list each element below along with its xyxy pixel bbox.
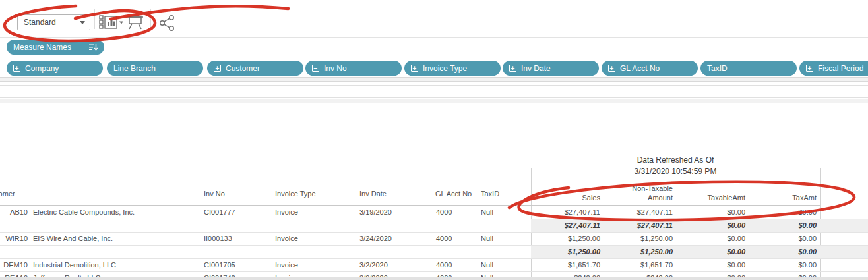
cell-sales[interactable]: $1,651.70	[528, 259, 600, 271]
cell-sales[interactable]: $27,407.11	[528, 219, 600, 232]
subtotal-row: $1,250.00 $1,250.00 $0.00 $0.00	[0, 246, 868, 259]
cell-inv-no[interactable]: CI001705	[204, 259, 235, 271]
col-header-gl-acct-no[interactable]: GL Acct No	[435, 190, 472, 198]
cell-tax-amt[interactable]: $0.00	[744, 206, 817, 219]
measure-names-pill[interactable]: Measure Names	[7, 40, 104, 55]
cell-inv-no[interactable]: CI001777	[204, 206, 235, 219]
table-row: AB10 Electric Cable Compounds, Inc. CI00…	[0, 206, 868, 219]
col-header-invoice-type[interactable]: Invoice Type	[275, 190, 316, 198]
refresh-note-line1: Data Refreshed As Of	[531, 155, 820, 165]
expand-icon[interactable]: +	[411, 65, 418, 72]
fit-selector-value: Standard	[18, 18, 75, 27]
cell-taxable-amt[interactable]: $0.00	[673, 219, 745, 232]
expand-icon[interactable]: +	[608, 65, 615, 72]
cell-taxid[interactable]: Null	[481, 259, 493, 271]
cell-type[interactable]: Invoice	[275, 206, 298, 219]
cell-taxid[interactable]: Null	[481, 206, 493, 219]
pill-label: Invoice Type	[423, 64, 467, 73]
cell-type[interactable]: Invoice	[275, 233, 298, 245]
pill-label: Customer	[226, 64, 260, 73]
sort-descending-icon[interactable]	[88, 43, 98, 51]
cell-non-taxable[interactable]: $1,250.00	[600, 246, 673, 258]
col-header-sales[interactable]: Sales	[528, 194, 600, 202]
column-pill-fiscal-period[interactable]: +Fiscal Period	[799, 61, 868, 76]
col-header-inv-no[interactable]: Inv No	[204, 190, 225, 198]
subtotal-row: $27,407.11 $27,407.11 $0.00 $0.00	[0, 219, 868, 233]
cell-sales[interactable]: $1,250.00	[528, 246, 600, 258]
toolbar-divider	[94, 9, 95, 29]
cell-non-taxable[interactable]: $27,407.11	[600, 206, 673, 219]
col-header-tax-amt[interactable]: TaxAmt	[744, 194, 817, 202]
pill-label: Inv Date	[521, 64, 551, 73]
cell-customer-name[interactable]: Industrial Demolition, LLC	[33, 259, 116, 271]
fit-selector[interactable]: Standard	[17, 14, 90, 30]
collapsed-row-strip	[0, 99, 868, 103]
expand-icon[interactable]: +	[13, 65, 20, 72]
refresh-note-line2: 3/31/2020 10:54:59 PM	[531, 167, 820, 176]
toolbar-divider	[150, 9, 151, 29]
cell-gl[interactable]: 4000	[436, 233, 452, 245]
fit-dropdown-arrow[interactable]	[75, 15, 90, 30]
cell-type[interactable]: Invoice	[275, 259, 298, 271]
pill-label: Company	[25, 64, 59, 73]
col-header-taxable-amt[interactable]: TaxableAmt	[673, 194, 745, 202]
collapsed-row-strip	[0, 77, 868, 82]
collapse-icon[interactable]: −	[312, 65, 319, 72]
cell-taxable-amt[interactable]: $0.00	[673, 233, 745, 245]
column-pill-company[interactable]: +Company	[7, 61, 103, 76]
horizontal-scrollbar[interactable]	[0, 277, 868, 280]
pill-label: Fiscal Period	[818, 64, 863, 73]
expand-icon[interactable]: +	[806, 65, 813, 72]
cell-customer-name[interactable]: Electric Cable Compounds, Inc.	[33, 206, 135, 219]
col-header-customer[interactable]: Customer	[0, 190, 15, 198]
cell-non-taxable[interactable]: $27,407.11	[600, 219, 673, 232]
cell-non-taxable[interactable]: $1,250.00	[600, 233, 673, 245]
cell-gl[interactable]: 4000	[436, 259, 452, 271]
measure-names-label: Measure Names	[13, 43, 71, 52]
cell-customer-name[interactable]: EIS Wire And Cable, Inc.	[33, 233, 113, 245]
chevron-down-icon	[80, 21, 85, 24]
share-icon[interactable]	[158, 14, 175, 32]
pill-label: Line Branch	[113, 64, 156, 73]
cell-customer-code[interactable]: DEM10	[0, 259, 28, 271]
cell-taxable-amt[interactable]: $0.00	[673, 206, 745, 219]
column-pill-gl-acct-no[interactable]: +GL Acct No	[602, 61, 698, 76]
cell-tax-amt[interactable]: $0.00	[744, 233, 817, 245]
cell-tax-amt[interactable]: $0.00	[744, 259, 817, 271]
cell-tax-amt[interactable]: $0.00	[744, 246, 817, 258]
col-header-inv-date[interactable]: Inv Date	[359, 190, 387, 198]
expand-icon[interactable]: +	[214, 65, 221, 72]
cell-taxid[interactable]: Null	[481, 233, 493, 245]
table-row: DEM10 Industrial Demolition, LLC CI00170…	[0, 259, 868, 272]
col-header-non-taxable[interactable]: Non-Taxable	[600, 184, 673, 192]
cell-date[interactable]: 3/2/2020	[359, 259, 388, 271]
cell-gl[interactable]: 4000	[436, 206, 452, 219]
column-pill-inv-no[interactable]: −Inv No	[305, 61, 402, 76]
cell-date[interactable]: 3/24/2020	[359, 233, 392, 245]
cell-date[interactable]: 3/19/2020	[359, 206, 392, 219]
cell-inv-no[interactable]: II000133	[204, 233, 232, 245]
cell-taxable-amt[interactable]: $0.00	[673, 259, 745, 271]
column-pill-line-branch[interactable]: Line Branch	[107, 61, 203, 76]
presentation-mode-icon[interactable]	[127, 14, 144, 30]
col-header-taxid[interactable]: TaxID	[481, 190, 499, 198]
divider-line	[0, 97, 868, 98]
cell-sales[interactable]: $1,250.00	[528, 233, 600, 245]
column-pill-customer[interactable]: +Customer	[207, 61, 303, 76]
cell-customer-code[interactable]: WIR10	[0, 233, 28, 245]
expand-icon[interactable]: +	[509, 65, 516, 72]
cell-taxable-amt[interactable]: $0.00	[673, 246, 745, 258]
cell-tax-amt[interactable]: $0.00	[744, 219, 817, 232]
toolbar: Standard	[0, 0, 868, 38]
pill-label: GL Acct No	[620, 64, 660, 73]
show-hide-cards-icon[interactable]	[99, 14, 124, 30]
cell-sales[interactable]: $27,407.11	[528, 206, 600, 219]
cell-non-taxable[interactable]: $1,651.70	[600, 259, 673, 271]
column-pill-invoice-type[interactable]: +Invoice Type	[404, 61, 501, 76]
header-underline	[0, 205, 820, 206]
col-header-non-taxable2[interactable]: Amount	[600, 194, 673, 202]
table-row: WIR10 EIS Wire And Cable, Inc. II000133 …	[0, 233, 868, 246]
column-pill-inv-date[interactable]: +Inv Date	[503, 61, 599, 76]
cell-customer-code[interactable]: AB10	[0, 206, 28, 219]
column-pill-taxid[interactable]: TaxID	[700, 61, 797, 76]
